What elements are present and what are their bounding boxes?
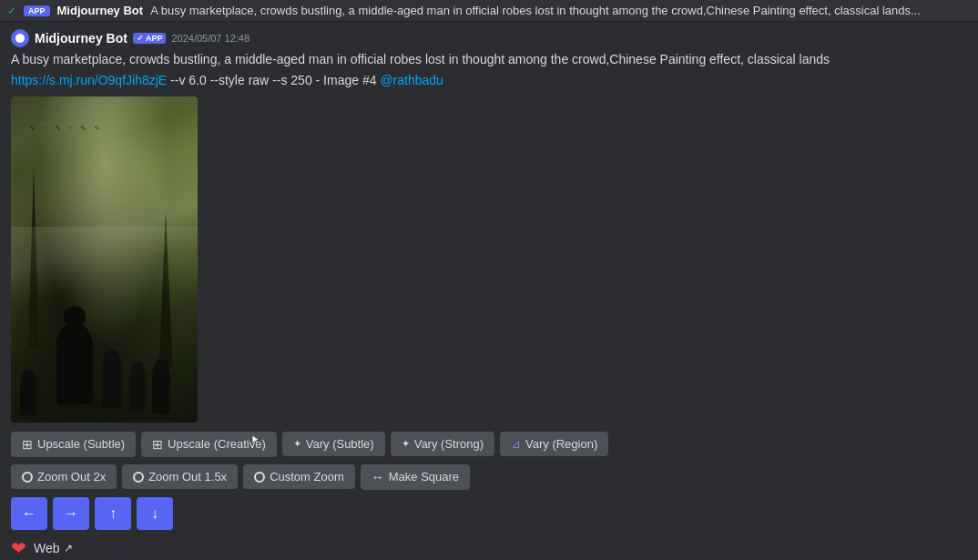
nav-down-button[interactable]: ↓ bbox=[137, 497, 173, 530]
heart-button[interactable]: ❤ bbox=[11, 537, 26, 559]
message-mention: @rathbadu bbox=[380, 73, 443, 87]
make-square-icon: ↔ bbox=[372, 470, 384, 484]
app-badge: ✓ APP bbox=[133, 33, 167, 44]
vary-strong-icon: ✦ bbox=[402, 438, 410, 450]
nav-left-icon: ← bbox=[22, 505, 36, 522]
zoom-out-2x-label: Zoom Out 2x bbox=[37, 470, 106, 484]
custom-zoom-label: Custom Zoom bbox=[270, 470, 344, 484]
web-btn-row: ❤ Web ↗ bbox=[11, 537, 967, 559]
check-icon: ✓ bbox=[7, 5, 16, 17]
nav-down-icon: ↓ bbox=[151, 505, 158, 522]
message-link-row: https://s.mj.run/O9qfJih8zjE --v 6.0 --s… bbox=[11, 73, 967, 87]
bot-avatar bbox=[11, 29, 29, 47]
nav-up-icon: ↑ bbox=[109, 505, 117, 522]
vary-region-button[interactable]: ⊿ Vary (Region) bbox=[500, 432, 608, 456]
message-params-text: --v 6.0 --style raw --s 250 - Image #4 bbox=[170, 73, 380, 87]
custom-zoom-icon bbox=[254, 472, 265, 483]
birds-decoration: ∿ ~ ∿ ~ ∿ ∿ bbox=[29, 124, 103, 132]
vary-subtle-icon: ✦ bbox=[293, 438, 301, 450]
zoom-out-1-5x-button[interactable]: Zoom Out 1.5x bbox=[122, 464, 238, 489]
top-app-badge: APP bbox=[24, 5, 50, 16]
upscale-creative-icon: ⊞ bbox=[152, 437, 163, 452]
zoom-out-2x-button[interactable]: Zoom Out 2x bbox=[11, 464, 117, 489]
message-timestamp: 2024/05/07 12:48 bbox=[171, 33, 250, 44]
vary-strong-button[interactable]: ✦ Vary (Strong) bbox=[391, 432, 494, 456]
upscale-subtle-icon: ⊞ bbox=[22, 437, 33, 452]
top-bot-name: Midjourney Bot bbox=[57, 4, 144, 17]
zoom-out-1-5x-icon bbox=[133, 472, 144, 483]
upscale-subtle-button[interactable]: ⊞ Upscale (Subtle) bbox=[11, 432, 136, 457]
web-label: Web bbox=[34, 541, 60, 555]
top-prompt-text: A busy marketplace, crowds bustling, a m… bbox=[150, 4, 921, 17]
zoom-out-2x-icon bbox=[22, 472, 33, 483]
vary-subtle-label: Vary (Subtle) bbox=[306, 437, 374, 451]
top-bar: ✓ APP Midjourney Bot A busy marketplace,… bbox=[0, 0, 978, 22]
nav-up-button[interactable]: ↑ bbox=[95, 497, 131, 530]
bot-name: Midjourney Bot bbox=[35, 31, 127, 46]
vary-strong-label: Vary (Strong) bbox=[414, 437, 484, 451]
message-link[interactable]: https://s.mj.run/O9qfJih8zjE bbox=[11, 73, 167, 87]
nav-left-button[interactable]: ← bbox=[11, 497, 47, 530]
web-button[interactable]: Web ↗ bbox=[34, 541, 73, 555]
web-external-icon: ↗ bbox=[64, 542, 73, 555]
nav-buttons-row: ← → ↑ ↓ bbox=[11, 497, 967, 530]
zoom-out-1-5x-label: Zoom Out 1.5x bbox=[148, 470, 227, 484]
upscale-subtle-label: Upscale (Subtle) bbox=[37, 437, 125, 451]
chat-container: Midjourney Bot ✓ APP 2024/05/07 12:48 A … bbox=[0, 22, 978, 560]
image-section: ∿ ~ ∿ ~ ∿ ∿ bbox=[11, 97, 967, 423]
check-mark: ✓ bbox=[137, 34, 144, 43]
vary-region-icon: ⊿ bbox=[511, 437, 521, 451]
custom-zoom-button[interactable]: Custom Zoom bbox=[243, 464, 355, 489]
upscale-creative-button[interactable]: ⊞ Upscale (Creative) bbox=[141, 432, 277, 457]
make-square-label: Make Square bbox=[389, 470, 459, 484]
message-header: Midjourney Bot ✓ APP 2024/05/07 12:48 bbox=[11, 29, 967, 47]
action-buttons-row1: ⊞ Upscale (Subtle) ⊞ Upscale (Creative) … bbox=[11, 432, 967, 457]
vary-region-label: Vary (Region) bbox=[525, 437, 597, 451]
generated-image: ∿ ~ ∿ ~ ∿ ∿ bbox=[11, 97, 198, 423]
vary-subtle-button[interactable]: ✦ Vary (Subtle) bbox=[282, 432, 385, 456]
action-buttons-row2: Zoom Out 2x Zoom Out 1.5x Custom Zoom ↔ … bbox=[11, 464, 967, 490]
upscale-creative-label: Upscale (Creative) bbox=[168, 437, 266, 451]
nav-right-icon: → bbox=[64, 505, 78, 522]
heart-icon: ❤ bbox=[11, 537, 26, 559]
make-square-button[interactable]: ↔ Make Square bbox=[361, 464, 470, 490]
message-prompt: A busy marketplace, crowds bustling, a m… bbox=[11, 51, 967, 69]
nav-right-button[interactable]: → bbox=[53, 497, 89, 530]
